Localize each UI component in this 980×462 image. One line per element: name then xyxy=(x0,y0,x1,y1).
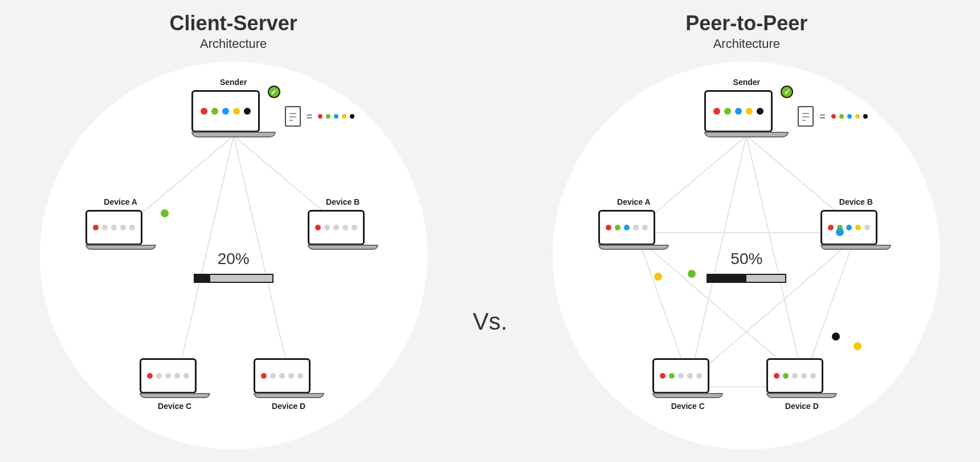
document-icon xyxy=(798,106,814,127)
packet-green-icon xyxy=(161,209,169,217)
grey-dot-icon xyxy=(183,373,189,379)
black-dot-icon xyxy=(863,114,868,119)
device-a-node: Device A xyxy=(85,197,156,250)
file-key-legend: = xyxy=(798,106,868,127)
device-d-node: Device D xyxy=(766,358,837,411)
laptop-icon xyxy=(820,210,891,250)
progress-bar xyxy=(707,274,786,283)
green-dot-icon xyxy=(669,373,675,379)
peer-to-peer-stage: Sender ✓ = Device A xyxy=(553,62,940,449)
red-dot-icon xyxy=(201,108,207,115)
equals-sign: = xyxy=(819,111,826,123)
grey-dot-icon xyxy=(801,373,807,379)
grey-dot-icon xyxy=(156,373,162,379)
sender-node: Sender ✓ xyxy=(704,78,789,137)
checkmark-icon: ✓ xyxy=(268,86,280,98)
red-dot-icon xyxy=(315,225,321,230)
laptop-icon: ✓ xyxy=(704,90,789,137)
device-b-node: Device B xyxy=(820,197,891,250)
grey-dot-icon xyxy=(810,373,816,379)
laptop-icon xyxy=(652,358,723,398)
grey-dot-icon xyxy=(678,373,684,379)
grey-dot-icon xyxy=(288,373,294,379)
grey-dot-icon xyxy=(324,225,330,230)
yellow-dot-icon xyxy=(855,114,860,119)
red-dot-icon xyxy=(713,108,720,115)
progress-fill xyxy=(195,275,210,282)
grey-dot-icon xyxy=(792,373,798,379)
green-dot-icon xyxy=(783,373,789,379)
grey-dot-icon xyxy=(111,225,117,230)
device-label: Device A xyxy=(104,197,137,206)
red-dot-icon xyxy=(828,225,834,230)
red-dot-icon xyxy=(93,225,99,230)
legend-dots xyxy=(831,114,868,119)
laptop-icon xyxy=(254,358,324,398)
progress-text: 20% xyxy=(218,250,250,268)
green-dot-icon xyxy=(211,108,218,115)
laptop-icon xyxy=(766,358,837,398)
progress-fill xyxy=(708,275,746,282)
sender-label: Sender xyxy=(733,78,760,87)
grey-dot-icon xyxy=(174,373,180,379)
panel-title: Peer-to-Peer xyxy=(685,11,807,35)
green-dot-icon xyxy=(615,225,620,230)
equals-sign: = xyxy=(307,111,313,123)
grey-dot-icon xyxy=(352,225,357,230)
peer-to-peer-panel: Peer-to-Peer Architecture xyxy=(530,11,963,449)
device-label: Device D xyxy=(785,402,819,411)
black-dot-icon xyxy=(350,114,354,119)
green-dot-icon xyxy=(724,108,731,115)
panel-subtitle: Architecture xyxy=(713,37,780,51)
grey-dot-icon xyxy=(270,373,276,379)
black-dot-icon xyxy=(757,108,763,115)
client-server-panel: Client-Server Architecture Sender ✓ xyxy=(17,11,450,449)
blue-dot-icon xyxy=(624,225,630,230)
legend-dots xyxy=(318,114,354,119)
document-icon xyxy=(285,106,301,127)
laptop-icon xyxy=(85,210,156,250)
laptop-icon: ✓ xyxy=(191,90,276,137)
blue-dot-icon xyxy=(735,108,742,115)
grey-dot-icon xyxy=(687,373,693,379)
progress-text: 50% xyxy=(730,250,762,268)
red-dot-icon xyxy=(147,373,153,379)
blue-dot-icon xyxy=(846,225,852,230)
grey-dot-icon xyxy=(102,225,108,230)
grey-dot-icon xyxy=(642,225,648,230)
grey-dot-icon xyxy=(297,373,303,379)
progress-indicator: 20% xyxy=(194,250,273,283)
device-c-node: Device C xyxy=(140,358,210,411)
laptop-icon xyxy=(308,210,378,250)
grey-dot-icon xyxy=(633,225,639,230)
grey-dot-icon xyxy=(342,225,348,230)
device-label: Device C xyxy=(671,402,705,411)
device-b-node: Device B xyxy=(308,197,378,250)
laptop-icon xyxy=(140,358,210,398)
grey-dot-icon xyxy=(696,373,702,379)
device-c-node: Device C xyxy=(652,358,723,411)
grey-dot-icon xyxy=(129,225,135,230)
device-label: Device B xyxy=(839,197,873,206)
sender-node: Sender ✓ xyxy=(191,78,276,137)
yellow-dot-icon xyxy=(342,114,346,119)
device-label: Device A xyxy=(617,197,651,206)
yellow-dot-icon xyxy=(855,225,861,230)
grey-dot-icon xyxy=(279,373,285,379)
file-key-legend: = xyxy=(285,106,355,127)
architecture-comparison-diagram: Client-Server Architecture Sender ✓ xyxy=(0,0,980,449)
red-dot-icon xyxy=(774,373,779,379)
progress-indicator: 50% xyxy=(707,250,786,283)
device-label: Device B xyxy=(326,197,360,206)
red-dot-icon xyxy=(606,225,611,230)
blue-dot-icon xyxy=(334,114,338,119)
device-label: Device C xyxy=(158,402,191,411)
grey-dot-icon xyxy=(165,373,171,379)
client-server-stage: Sender ✓ = Device A xyxy=(40,62,427,449)
grey-dot-icon xyxy=(120,225,126,230)
versus-text: Vs. xyxy=(473,308,508,335)
blue-dot-icon xyxy=(847,114,852,119)
red-dot-icon xyxy=(318,114,322,119)
progress-bar xyxy=(194,274,273,283)
yellow-dot-icon xyxy=(746,108,753,115)
